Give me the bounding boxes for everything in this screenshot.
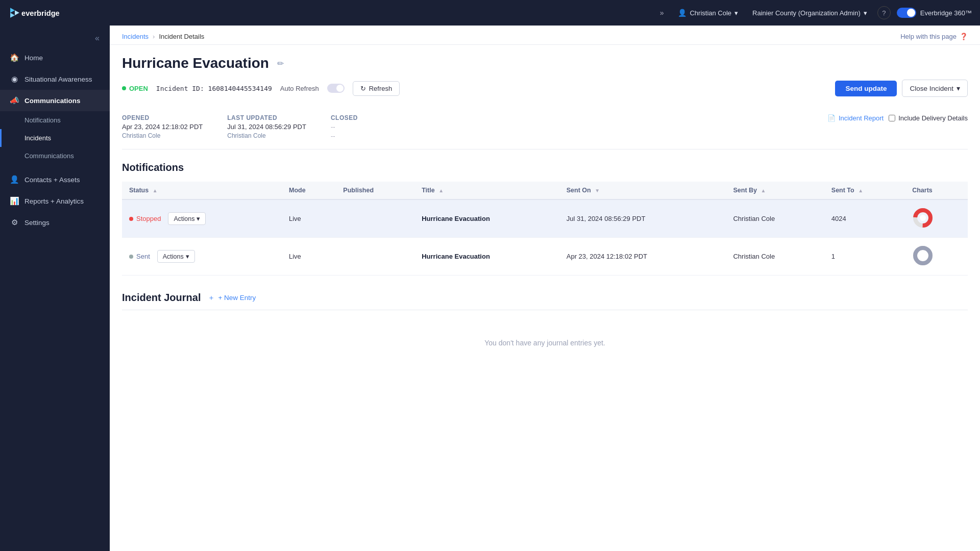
user-dropdown-icon: ▾ (734, 9, 738, 17)
sidebar-sub-communications[interactable]: Communications (0, 147, 110, 165)
row2-sent-on-value: Apr 23, 2024 12:18:02 PDT (567, 253, 647, 260)
col-title: Title ▲ (414, 182, 559, 199)
row1-sent-to: 4024 (824, 199, 905, 238)
row2-actions-btn[interactable]: Actions ▾ (157, 250, 195, 263)
org-menu-btn[interactable]: Rainier County (Organization Admin) ▾ (748, 7, 871, 19)
notifications-table-header: Status ▲ Mode Published Title (122, 182, 968, 199)
row1-status-label: Stopped (136, 215, 161, 222)
incident-header: Hurricane Evacuation ✏ (122, 55, 968, 71)
sidebar-sub-incidents-label: Incidents (24, 134, 51, 142)
meta-opened: Opened Apr 23, 2024 12:18:02 PDT Christi… (122, 114, 203, 139)
nav-expand-btn[interactable]: » (656, 7, 668, 19)
row1-donut-chart (912, 207, 934, 229)
row1-sent-by: Christian Cole (726, 199, 824, 238)
include-delivery-label: Include Delivery Details (898, 114, 968, 122)
include-delivery-checkbox[interactable] (889, 115, 895, 121)
new-entry-plus-icon: ＋ (208, 293, 215, 303)
sort-sent-to-icon[interactable]: ▲ (858, 188, 863, 193)
auto-refresh-toggle[interactable] (327, 84, 345, 93)
breadcrumb-incidents-link[interactable]: Incidents (122, 33, 149, 40)
sidebar-sub-incidents[interactable]: Incidents (0, 129, 110, 147)
content-area: Incidents › Incident Details Help with t… (110, 26, 980, 551)
sidebar-collapse-btn[interactable]: « (90, 30, 105, 45)
row2-sent-by-value: Christian Cole (733, 253, 775, 260)
row2-sent-on: Apr 23, 2024 12:18:02 PDT (559, 238, 726, 276)
contacts-icon: 👤 (9, 175, 19, 184)
settings-icon: ⚙ (9, 218, 19, 227)
toggle-360-btn[interactable]: Everbridge 360™ (897, 8, 972, 18)
close-incident-btn[interactable]: Close Incident ▾ (902, 80, 968, 97)
sidebar-item-home[interactable]: 🏠 Home (0, 47, 110, 68)
new-entry-btn[interactable]: ＋ + New Entry (208, 293, 256, 303)
send-update-label: Send update (845, 85, 887, 92)
header-actions: Send update Close Incident ▾ (835, 80, 968, 97)
row1-actions-dropdown-icon: ▾ (197, 215, 200, 222)
meta-last-updated-label: Last Updated (227, 114, 306, 121)
col-title-label: Title (422, 187, 434, 194)
sidebar-item-settings[interactable]: ⚙ Settings (0, 212, 110, 233)
breadcrumb: Incidents › Incident Details (122, 33, 204, 40)
help-with-page[interactable]: Help with this page ❓ (900, 33, 968, 40)
incident-report-label: Incident Report (839, 114, 884, 122)
status-open-label: OPEN (129, 85, 148, 92)
journal-header: Incident Journal ＋ + New Entry (122, 292, 968, 304)
col-status-label: Status (129, 187, 149, 194)
row1-title: Hurricane Evacuation (414, 199, 559, 238)
col-status: Status ▲ (122, 182, 282, 199)
col-sent-on: Sent On ▼ (559, 182, 726, 199)
logo: everbridge (8, 6, 75, 20)
col-sent-by-label: Sent By (733, 187, 757, 194)
breadcrumb-current: Incident Details (159, 33, 204, 40)
user-menu-btn[interactable]: 👤 Christian Cole ▾ (674, 7, 742, 19)
sidebar-item-communications-label: Communications (24, 97, 81, 105)
notifications-section: Notifications Status ▲ Mode (122, 162, 968, 276)
communications-icon: 📣 (9, 96, 19, 105)
send-update-btn[interactable]: Send update (835, 81, 897, 96)
row1-status-stopped: Stopped (129, 215, 161, 222)
col-published: Published (336, 182, 414, 199)
refresh-icon: ↻ (360, 85, 366, 92)
row2-actions-label: Actions (163, 253, 184, 260)
close-incident-dropdown-icon: ▾ (957, 84, 960, 92)
breadcrumb-bar: Incidents › Incident Details Help with t… (110, 26, 980, 45)
sidebar-item-reports-analytics[interactable]: 📊 Reports + Analytics (0, 190, 110, 212)
sort-sent-on-icon[interactable]: ▼ (595, 188, 600, 193)
row2-chart (905, 238, 968, 276)
table-row: Sent Actions ▾ Live (122, 238, 968, 276)
row1-sent-to-value: 4024 (831, 215, 846, 222)
sidebar-item-contacts-assets[interactable]: 👤 Contacts + Assets (0, 169, 110, 190)
sort-title-icon[interactable]: ▲ (438, 188, 444, 193)
sidebar-sub-notifications[interactable]: Notifications (0, 111, 110, 129)
row1-sent-by-value: Christian Cole (733, 215, 775, 222)
row2-actions-dropdown-icon: ▾ (186, 253, 189, 260)
sidebar-item-situational-awareness[interactable]: ◉ Situational Awareness (0, 68, 110, 90)
meta-opened-user: Christian Cole (122, 132, 203, 139)
sidebar: « 🏠 Home ◉ Situational Awareness 📣 Commu… (0, 26, 110, 551)
row1-actions-btn[interactable]: Actions ▾ (168, 212, 206, 225)
col-mode-label: Mode (289, 187, 306, 194)
incident-meta: Opened Apr 23, 2024 12:18:02 PDT Christi… (122, 107, 968, 149)
row1-published (336, 199, 414, 238)
svg-point-3 (920, 215, 926, 221)
row1-chart (905, 199, 968, 238)
meta-right: 📄 Incident Report Include Delivery Detai… (827, 114, 968, 122)
sort-status-icon[interactable]: ▲ (153, 188, 158, 193)
row2-title-value: Hurricane Evacuation (422, 253, 490, 260)
sort-sent-by-icon[interactable]: ▲ (761, 188, 766, 193)
incident-status-bar: OPEN Incident ID: 1608140445534149 Auto … (122, 80, 968, 97)
incident-report-link[interactable]: 📄 Incident Report (827, 114, 884, 122)
edit-icon: ✏ (277, 59, 284, 68)
row2-mode: Live (282, 238, 336, 276)
refresh-btn[interactable]: ↻ Refresh (353, 81, 400, 96)
journal-section-title: Incident Journal (122, 292, 201, 304)
col-charts-label: Charts (912, 187, 933, 194)
close-incident-label: Close Incident (910, 85, 953, 92)
sidebar-item-communications[interactable]: 📣 Communications (0, 90, 110, 111)
row2-sent-to: 1 (824, 238, 905, 276)
help-btn[interactable]: ? (877, 6, 891, 19)
edit-incident-btn[interactable]: ✏ (275, 58, 286, 69)
incident-title: Hurricane Evacuation (122, 55, 269, 71)
col-mode: Mode (282, 182, 336, 199)
svg-point-6 (920, 253, 926, 259)
meta-opened-label: Opened (122, 114, 203, 121)
